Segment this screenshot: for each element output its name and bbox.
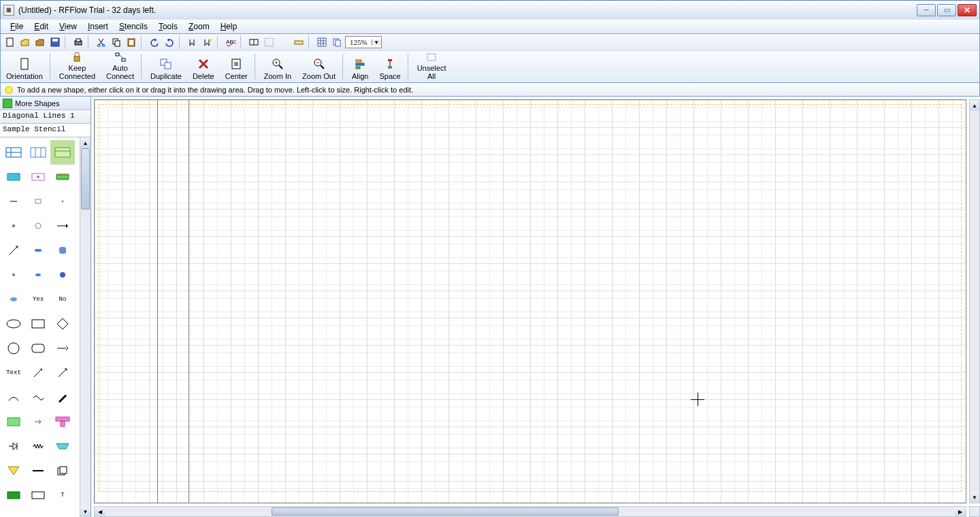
- hscroll-left-icon[interactable]: ◀: [95, 507, 105, 516]
- open-button[interactable]: [18, 35, 32, 49]
- shape-bar[interactable]: [26, 458, 50, 483]
- vscroll-down-icon[interactable]: ▼: [970, 492, 979, 503]
- shape-rect2[interactable]: [26, 483, 50, 507]
- more-shapes-button[interactable]: More Shapes: [0, 97, 91, 110]
- shape-yellowtrap[interactable]: [1, 458, 26, 483]
- space-button[interactable]: Space: [374, 51, 406, 82]
- hscroll-right-icon[interactable]: ▶: [955, 507, 966, 516]
- align-button[interactable]: Align: [346, 51, 374, 82]
- shape-arrow-diag2[interactable]: [50, 361, 75, 385]
- undo-button[interactable]: [148, 35, 161, 49]
- shape-greenrect[interactable]: [1, 483, 26, 507]
- shape-pinkT[interactable]: [50, 410, 75, 434]
- duplicate-button[interactable]: Duplicate: [145, 51, 187, 82]
- grid2-button[interactable]: [262, 35, 276, 49]
- shape-text-label[interactable]: Text: [1, 361, 26, 385]
- shape-resistor[interactable]: [26, 434, 50, 458]
- shape-arrow2[interactable]: [50, 336, 75, 361]
- menu-edit[interactable]: Edit: [29, 20, 54, 33]
- shape-roundsq[interactable]: [50, 238, 75, 263]
- shape-pill-sm[interactable]: [26, 238, 50, 263]
- minimize-button[interactable]: ─: [917, 4, 936, 16]
- cut-button[interactable]: [95, 35, 108, 49]
- shape-dash[interactable]: [1, 189, 26, 214]
- shape-card2[interactable]: [26, 165, 50, 189]
- ruler-button[interactable]: [292, 35, 306, 49]
- shape-diode[interactable]: [1, 434, 26, 458]
- menu-tools[interactable]: Tools: [153, 20, 183, 33]
- unselect-all-button[interactable]: UnselectAll: [412, 51, 452, 82]
- shape-t-label[interactable]: T: [50, 483, 75, 507]
- shape-no-label[interactable]: No: [50, 287, 75, 312]
- zoom-dropdown-icon[interactable]: ▼: [372, 39, 381, 46]
- maximize-button[interactable]: ▭: [937, 4, 956, 16]
- shape-redarrow[interactable]: [26, 410, 50, 434]
- shape-ellipse[interactable]: [1, 312, 26, 336]
- paste-button[interactable]: [125, 35, 138, 49]
- drawing-canvas[interactable]: [94, 99, 966, 503]
- menu-insert[interactable]: Insert: [82, 20, 114, 33]
- zoom-in-button[interactable]: Zoom In: [259, 51, 297, 82]
- shape-smallbox[interactable]: [26, 189, 50, 214]
- copy-button[interactable]: [110, 35, 123, 49]
- save-button[interactable]: [48, 35, 62, 49]
- shape-card[interactable]: [1, 165, 26, 189]
- shape-pen[interactable]: [50, 385, 75, 410]
- redo-button[interactable]: [163, 35, 176, 49]
- shape-bluetrap[interactable]: [50, 434, 75, 458]
- spellcheck-button[interactable]: ABC: [224, 35, 238, 49]
- menu-stencils[interactable]: Stencils: [114, 20, 153, 33]
- shape-cloud[interactable]: [1, 287, 26, 312]
- shape-swim[interactable]: [1, 140, 26, 165]
- shape-arrow-r[interactable]: [50, 214, 75, 238]
- scroll-thumb[interactable]: [81, 148, 90, 210]
- canvas-hscrollbar[interactable]: ◀ ▶: [94, 506, 966, 517]
- pages-button[interactable]: [330, 35, 344, 49]
- zoom-out-button[interactable]: Zoom Out: [297, 51, 341, 82]
- shape-curve2[interactable]: [26, 385, 50, 410]
- orientation-button[interactable]: Orientation: [1, 51, 48, 82]
- scroll-down-icon[interactable]: ▼: [80, 506, 91, 517]
- shape-line-diag[interactable]: [1, 238, 26, 263]
- shape-card3[interactable]: [50, 165, 75, 189]
- shape-roundrect[interactable]: [26, 336, 50, 361]
- canvas-vscrollbar[interactable]: ▲ ▼: [969, 99, 980, 503]
- shape-circle[interactable]: [1, 336, 26, 361]
- zoom-combobox[interactable]: 125% ▼: [345, 36, 382, 48]
- open2-button[interactable]: [33, 35, 47, 49]
- grid4-button[interactable]: [315, 35, 329, 49]
- shape-rect[interactable]: [26, 312, 50, 336]
- shape-bluedot2[interactable]: [26, 263, 50, 287]
- close-button[interactable]: ✕: [958, 4, 977, 16]
- new-button[interactable]: [3, 35, 17, 49]
- canvas-area[interactable]: ▲ ▼ ◀ ▶: [91, 97, 980, 517]
- menu-help[interactable]: Help: [215, 20, 243, 33]
- vscroll-up-icon[interactable]: ▲: [970, 100, 979, 111]
- shape-bluedot1[interactable]: [1, 263, 26, 287]
- keep-connected-button[interactable]: KeepConnected: [54, 51, 101, 82]
- shape-circle-sm[interactable]: [26, 214, 50, 238]
- shape-yes-label[interactable]: Yes: [26, 287, 50, 312]
- stencil-tab-sample[interactable]: Sample Stencil: [0, 124, 91, 137]
- center-button[interactable]: Center: [220, 51, 253, 82]
- shape-arrow-diag[interactable]: [26, 361, 50, 385]
- auto-connect-button[interactable]: AutoConnect: [101, 51, 140, 82]
- shape-bluedot3[interactable]: [50, 263, 75, 287]
- hscroll-thumb[interactable]: [272, 507, 619, 516]
- shapes-scrollbar[interactable]: ▲ ▼: [80, 137, 91, 517]
- stencil-tab-diagonal[interactable]: Diagonal Lines 1: [0, 110, 91, 124]
- shape-swim3[interactable]: [50, 140, 75, 165]
- shape-curve1[interactable]: [1, 385, 26, 410]
- scroll-up-icon[interactable]: ▲: [80, 137, 91, 148]
- menu-zoom[interactable]: Zoom: [183, 20, 215, 33]
- shape-dot1[interactable]: [50, 189, 75, 214]
- grid3-button[interactable]: [277, 35, 291, 49]
- print-button[interactable]: [71, 35, 85, 49]
- shape-swim2[interactable]: [26, 140, 50, 165]
- shape-diamond[interactable]: [50, 312, 75, 336]
- shape-docs[interactable]: [50, 458, 75, 483]
- grid1-button[interactable]: [247, 35, 261, 49]
- find-button[interactable]: [186, 35, 199, 49]
- shape-dot2[interactable]: [1, 214, 26, 238]
- shape-greenbox[interactable]: [1, 410, 26, 434]
